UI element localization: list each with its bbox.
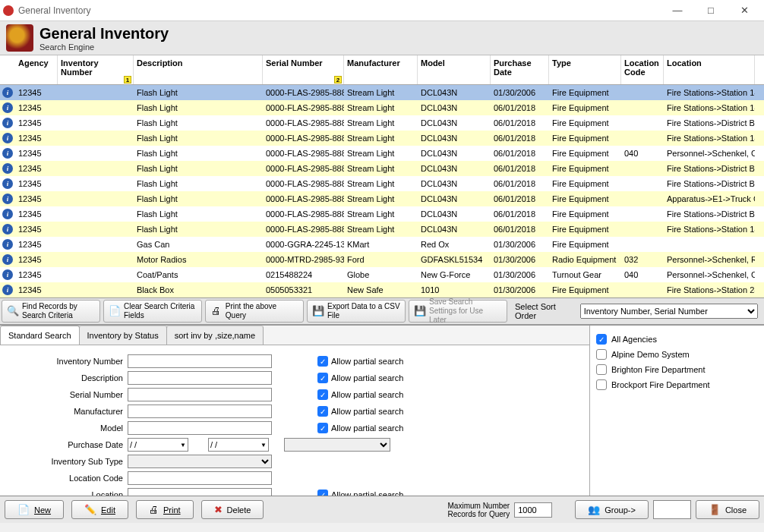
clear-criteria-button[interactable]: 📄Clear Search Criteria Fields bbox=[103, 300, 202, 323]
info-icon[interactable]: i bbox=[2, 102, 13, 113]
cell-agency: 12345 bbox=[15, 100, 58, 115]
select-sub-type[interactable] bbox=[128, 455, 272, 468]
sort-order-select[interactable]: Inventory Number, Serial Number bbox=[580, 304, 758, 319]
col-description[interactable]: Description bbox=[134, 55, 263, 84]
col-agency[interactable]: Agency bbox=[15, 55, 58, 84]
cell-model: DCL043N bbox=[418, 176, 491, 191]
find-records-button[interactable]: 🔍Find Records by Search Criteria bbox=[2, 300, 100, 323]
cell-type: Fire Equipment bbox=[549, 206, 621, 222]
table-row[interactable]: i 12345 Flash Light 0000-FLAS-2985-888 S… bbox=[0, 85, 764, 100]
maximize-button[interactable]: □ bbox=[694, 2, 728, 20]
col-location[interactable]: Location bbox=[664, 55, 755, 84]
minimize-button[interactable]: — bbox=[661, 2, 694, 20]
input-description[interactable] bbox=[128, 371, 272, 385]
agency-filter-item[interactable]: ✓All Agencies bbox=[596, 332, 758, 347]
info-icon[interactable]: i bbox=[2, 133, 13, 143]
cell-model: 1010 bbox=[418, 282, 491, 297]
checkbox-icon[interactable]: ✓ bbox=[596, 334, 607, 345]
table-row[interactable]: i 12345 Flash Light 0000-FLAS-2985-888 S… bbox=[0, 115, 764, 131]
checkbox-icon[interactable] bbox=[596, 364, 607, 375]
checkbox-icon[interactable] bbox=[596, 349, 607, 360]
print-query-button[interactable]: 🖨Print the above Query bbox=[205, 300, 304, 323]
table-row[interactable]: i 12345 Flash Light 0000-FLAS-2985-888 S… bbox=[0, 222, 764, 237]
new-button[interactable]: 📄New bbox=[5, 500, 64, 519]
checkbox-partial-location[interactable]: ✓ bbox=[317, 490, 328, 496]
tab-sort-inv[interactable]: sort inv by ,size,name bbox=[166, 326, 264, 345]
label-serial-number: Serial Number bbox=[6, 390, 128, 399]
info-icon[interactable]: i bbox=[2, 163, 13, 174]
table-row[interactable]: i 12345 Flash Light 0000-FLAS-2985-888 S… bbox=[0, 176, 764, 191]
delete-button[interactable]: ✖Delete bbox=[201, 500, 264, 519]
cell-description: Flash Light bbox=[134, 206, 263, 222]
info-icon[interactable]: i bbox=[2, 254, 13, 265]
input-purchase-date-to[interactable]: / /▼ bbox=[208, 438, 269, 452]
group-button[interactable]: 👥Group-> bbox=[575, 500, 649, 519]
input-location-code[interactable] bbox=[128, 471, 272, 485]
close-button[interactable]: 🚪Close bbox=[696, 500, 759, 519]
table-row[interactable]: i 12345 Flash Light 0000-FLAS-2985-888 S… bbox=[0, 161, 764, 176]
input-serial-number[interactable] bbox=[128, 388, 272, 401]
agency-filter-item[interactable]: Alpine Demo System bbox=[596, 347, 758, 362]
table-row[interactable]: i 12345 Black Box 0505053321 New Safe 10… bbox=[0, 282, 764, 297]
window-titlebar: General Inventory — □ ✕ bbox=[0, 0, 764, 21]
info-icon[interactable]: i bbox=[2, 239, 13, 250]
cell-location: Personnel->Schenkel, R bbox=[664, 252, 755, 267]
agency-filter-item[interactable]: Brockport Fire Department bbox=[596, 377, 758, 392]
table-row[interactable]: i 12345 Flash Light 0000-FLAS-2985-888 S… bbox=[0, 131, 764, 146]
table-row[interactable]: i 12345 Flash Light 0000-FLAS-2985-888 S… bbox=[0, 146, 764, 161]
input-inventory-number[interactable] bbox=[128, 354, 272, 368]
col-model[interactable]: Model bbox=[418, 55, 491, 84]
col-serial-number[interactable]: Serial Number2 bbox=[263, 55, 344, 84]
save-search-button[interactable]: 💾Save Search Settings for Use Later bbox=[409, 300, 507, 323]
edit-button[interactable]: ✏️Edit bbox=[71, 500, 128, 519]
select-date-filter[interactable] bbox=[284, 438, 390, 452]
cell-location-code: 040 bbox=[621, 146, 664, 161]
info-icon[interactable]: i bbox=[2, 224, 13, 235]
cell-agency: 12345 bbox=[15, 146, 58, 161]
cell-model: GDFASKL51534 bbox=[418, 252, 491, 267]
checkbox-partial-desc[interactable]: ✓ bbox=[317, 373, 328, 383]
info-icon[interactable]: i bbox=[2, 148, 13, 159]
col-purchase-date[interactable]: Purchase Date bbox=[491, 55, 549, 84]
table-row[interactable]: i 12345 Flash Light 0000-FLAS-2985-888 S… bbox=[0, 206, 764, 222]
close-window-button[interactable]: ✕ bbox=[728, 2, 761, 20]
export-csv-button[interactable]: 💾Export Data to a CSV File bbox=[307, 300, 406, 323]
cell-location: Fire Stations->Station 1-> bbox=[664, 131, 755, 146]
print-button[interactable]: 🖨Print bbox=[136, 500, 194, 519]
info-icon[interactable]: i bbox=[2, 178, 13, 189]
cell-inventory-number bbox=[58, 131, 134, 146]
group-input[interactable] bbox=[653, 500, 691, 519]
table-row[interactable]: i 12345 Motor Radios 0000-MTRD-2985-93 F… bbox=[0, 252, 764, 267]
data-grid[interactable]: i 12345 Flash Light 0000-FLAS-2985-888 S… bbox=[0, 85, 764, 297]
label-purchase-date: Purchase Date bbox=[6, 440, 128, 449]
info-icon[interactable]: i bbox=[2, 269, 13, 280]
table-row[interactable]: i 12345 Flash Light 0000-FLAS-2985-888 S… bbox=[0, 191, 764, 206]
table-row[interactable]: i 12345 Coat/Pants 0215488224 Globe New … bbox=[0, 267, 764, 282]
col-manufacturer[interactable]: Manufacturer bbox=[344, 55, 418, 84]
table-row[interactable]: i 12345 Gas Can 0000-GGRA-2245-13 KMart … bbox=[0, 237, 764, 252]
checkbox-partial-serial[interactable]: ✓ bbox=[317, 389, 328, 400]
tab-inventory-by-status[interactable]: Inventory by Status bbox=[79, 326, 167, 345]
input-manufacturer[interactable] bbox=[128, 405, 272, 418]
input-purchase-date-from[interactable]: / /▼ bbox=[128, 438, 188, 452]
col-inventory-number[interactable]: Inventory Number1 bbox=[58, 55, 134, 84]
table-row[interactable]: i 12345 Flash Light 0000-FLAS-2985-888 S… bbox=[0, 100, 764, 115]
checkbox-partial-model[interactable]: ✓ bbox=[317, 423, 328, 433]
info-icon[interactable]: i bbox=[2, 118, 13, 128]
agency-filter-item[interactable]: Brighton Fire Department bbox=[596, 362, 758, 377]
info-icon[interactable]: i bbox=[2, 285, 13, 295]
tab-standard-search[interactable]: Standard Search bbox=[0, 326, 80, 345]
info-icon[interactable]: i bbox=[2, 194, 13, 204]
col-type[interactable]: Type bbox=[549, 55, 621, 84]
sort-label: Select Sort Order bbox=[515, 302, 576, 320]
col-location-code[interactable]: Location Code bbox=[621, 55, 664, 84]
info-icon[interactable]: i bbox=[2, 87, 13, 98]
cell-model: DCL043N bbox=[418, 100, 491, 115]
max-records-input[interactable] bbox=[514, 502, 552, 518]
checkbox-partial-invnum[interactable]: ✓ bbox=[317, 356, 328, 367]
info-icon[interactable]: i bbox=[2, 209, 13, 219]
checkbox-partial-mfr[interactable]: ✓ bbox=[317, 406, 328, 417]
checkbox-icon[interactable] bbox=[596, 379, 607, 390]
input-model[interactable] bbox=[128, 421, 272, 435]
input-location[interactable] bbox=[128, 488, 272, 496]
